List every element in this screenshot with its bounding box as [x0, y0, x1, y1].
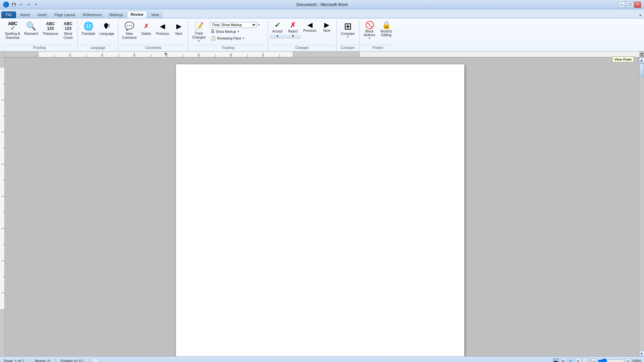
- tab-view[interactable]: View: [148, 11, 163, 18]
- scroll-down-btn[interactable]: ▼: [639, 351, 644, 356]
- vertical-ruler-svg: [0, 58, 5, 356]
- view-draft-btn[interactable]: 📝: [582, 358, 588, 362]
- svg-rect-30: [640, 56, 644, 56]
- markup-dropdown[interactable]: Final: Show Markup Final Original: Show …: [210, 22, 257, 28]
- spelling-icon: ABC ✓: [7, 21, 18, 32]
- delete-comment-label: Delete: [141, 32, 151, 36]
- show-markup-icon: ☰: [211, 29, 215, 34]
- quick-save-btn[interactable]: 💾: [11, 2, 17, 8]
- next-change-button[interactable]: ▶ Next: [319, 20, 334, 34]
- language-items: 🌐 Translate 🗣 Language: [80, 20, 116, 44]
- ribbon-content: ABC ✓ Spelling &Grammar 🔍 Research ABC: [0, 18, 644, 51]
- svg-text:5: 5: [197, 54, 199, 57]
- compare-label: Compare: [341, 32, 355, 36]
- track-changes-icon: 📝: [193, 21, 204, 32]
- ruler-toggle-button[interactable]: View Ruler: [639, 52, 644, 58]
- tab-page-layout[interactable]: Page Layout: [51, 11, 79, 18]
- compare-items: ⊞ Compare ▼: [339, 20, 357, 44]
- svg-rect-33: [0, 309, 5, 356]
- quick-redo-btn[interactable]: ↪: [25, 2, 32, 8]
- previous-comment-label: Previous: [156, 32, 169, 36]
- word-count-button[interactable]: ABC 123 WordCount: [61, 20, 75, 41]
- quick-customize-btn[interactable]: ▼: [33, 2, 39, 8]
- zoom-out-btn[interactable]: −: [591, 358, 597, 362]
- svg-rect-1: [293, 52, 360, 57]
- new-comment-label: NewComment: [122, 32, 136, 40]
- new-comment-button[interactable]: 💬 NewComment: [120, 20, 138, 41]
- status-page[interactable]: Page: 1 of 1: [3, 359, 25, 362]
- track-changes-arrow: ▼: [197, 40, 200, 43]
- research-icon: 🔍: [26, 21, 37, 32]
- language-button[interactable]: 🗣 Language: [98, 20, 116, 37]
- accept-split-button[interactable]: ✔ Accept ▼: [270, 20, 285, 39]
- view-web-btn[interactable]: 🌐: [568, 358, 574, 362]
- show-markup-arrow: ▼: [237, 30, 240, 33]
- previous-comment-icon: ◀: [157, 21, 168, 32]
- view-print-btn[interactable]: ▬: [553, 358, 559, 362]
- scroll-thumb[interactable]: [639, 64, 644, 77]
- spelling-grammar-button[interactable]: ABC ✓ Spelling &Grammar: [3, 20, 22, 41]
- language-label: Language: [80, 45, 116, 51]
- title-bar-controls: ─ ❐ ✕: [618, 1, 641, 8]
- track-changes-button[interactable]: 📝 TrackChanges ▼: [190, 20, 207, 44]
- previous-comment-button[interactable]: ◀ Previous: [154, 20, 171, 37]
- reject-label: Reject: [288, 29, 298, 33]
- status-words[interactable]: Words: 0: [34, 359, 51, 362]
- show-markup-label: Show Markup: [216, 30, 236, 34]
- status-divider-3: [89, 359, 89, 362]
- main-area: ▲ ▼: [0, 58, 644, 356]
- block-authors-icon: 🚫: [365, 21, 374, 29]
- previous-change-button[interactable]: ◀ Previous: [301, 20, 319, 34]
- tab-home[interactable]: Home: [16, 11, 34, 18]
- show-markup-button[interactable]: ☰ Show Markup ▼: [210, 28, 241, 35]
- research-button[interactable]: 🔍 Research: [22, 20, 40, 37]
- status-language[interactable]: English (U.S.): [59, 359, 85, 362]
- quick-undo-btn[interactable]: ↩: [18, 2, 24, 8]
- tab-mailings[interactable]: Mailings: [106, 11, 127, 18]
- previous-change-icon: ◀: [307, 21, 312, 29]
- close-button[interactable]: ✕: [634, 1, 641, 8]
- document-page[interactable]: [176, 64, 464, 356]
- reject-button-top[interactable]: ✗ Reject: [286, 20, 300, 34]
- zoom-slider[interactable]: [598, 359, 625, 362]
- tab-review[interactable]: Review: [127, 11, 147, 18]
- tab-references[interactable]: References: [79, 11, 105, 18]
- scroll-up-btn[interactable]: ▲: [639, 58, 644, 63]
- delete-comment-button[interactable]: ✗ Delete: [139, 20, 154, 37]
- tab-file[interactable]: File: [1, 11, 16, 18]
- zoom-in-btn[interactable]: +: [626, 358, 631, 362]
- block-authors-arrow: ▼: [368, 37, 371, 40]
- restrict-editing-button[interactable]: 🔒 RestrictEditing: [378, 20, 394, 38]
- restore-button[interactable]: ❐: [626, 1, 633, 8]
- status-bar: Page: 1 of 1 Words: 0 English (U.S.) 📄 ▬…: [0, 356, 644, 362]
- translate-label: Translate: [81, 32, 95, 36]
- restrict-editing-icon: 🔒: [382, 21, 391, 29]
- compare-group-label: Compare: [339, 45, 357, 51]
- vertical-ruler: [0, 58, 5, 356]
- compare-button[interactable]: ⊞ Compare ▼: [339, 20, 357, 40]
- tab-insert[interactable]: Insert: [34, 11, 51, 18]
- accept-dropdown-btn[interactable]: ▼: [270, 34, 285, 39]
- comments-group-label: Comments: [120, 45, 186, 51]
- reviewing-pane-button[interactable]: 📋 Reviewing Pane ▼: [210, 35, 246, 41]
- minimize-button[interactable]: ─: [618, 1, 625, 8]
- next-comment-icon: ▶: [173, 21, 184, 32]
- ruler-icon: [640, 52, 644, 58]
- accept-button-top[interactable]: ✔ Accept: [270, 20, 285, 34]
- reject-split-button[interactable]: ✗ Reject ▼: [286, 20, 300, 39]
- doc-view-icon[interactable]: 📄: [93, 359, 98, 362]
- next-comment-button[interactable]: ▶ Next: [171, 20, 186, 37]
- view-fullscreen-btn[interactable]: ⊟: [560, 358, 566, 362]
- thesaurus-button[interactable]: ABC 123 Thesaurus: [41, 20, 60, 37]
- block-authors-button[interactable]: 🚫 BlockAuthors ▼: [361, 20, 377, 41]
- svg-rect-29: [640, 54, 643, 55]
- ribbon-collapse-btn[interactable]: ▲: [637, 12, 644, 18]
- proofing-items: ABC ✓ Spelling &Grammar 🔍 Research ABC: [3, 20, 75, 44]
- ribbon-group-proofing: ABC ✓ Spelling &Grammar 🔍 Research ABC: [1, 19, 78, 51]
- zoom-level[interactable]: 100%: [632, 359, 641, 362]
- translate-button[interactable]: 🌐 Translate: [80, 20, 97, 37]
- view-outline-btn[interactable]: ≡: [575, 358, 581, 362]
- reject-dropdown-btn[interactable]: ▼: [286, 34, 300, 39]
- changes-group-label: Changes: [270, 45, 334, 51]
- language-label: Language: [99, 32, 114, 36]
